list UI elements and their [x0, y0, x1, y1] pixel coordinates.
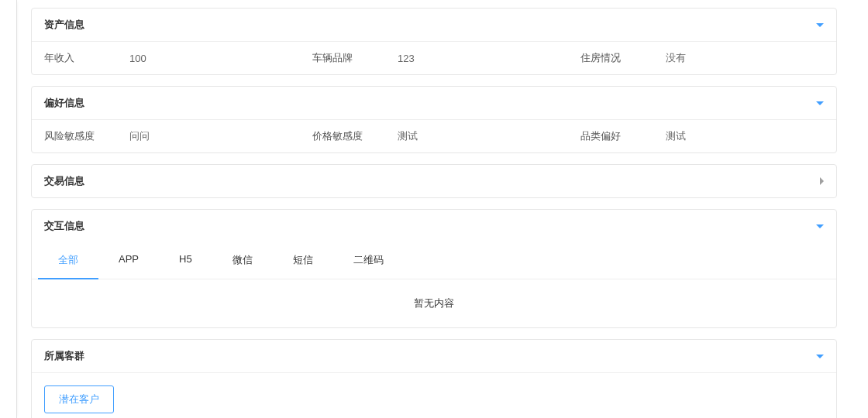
tab-sms[interactable]: 短信	[273, 242, 333, 279]
asset-field-row: 年收入 100 车辆品牌 123 住房情况 没有	[32, 42, 836, 74]
left-edge-shadow	[0, 0, 17, 418]
risk-label: 风险敏感度	[44, 129, 98, 143]
content-wrapper: 资产信息 年收入 100 车辆品牌 123 住房情况 没有	[0, 8, 868, 418]
caret-down-icon	[816, 101, 824, 105]
panel-asset: 资产信息 年收入 100 车辆品牌 123 住房情况 没有	[31, 8, 837, 75]
tab-qrcode[interactable]: 二维码	[333, 242, 404, 279]
panel-interaction-body: 全部 APP H5 微信 短信 二维码 暂无内容	[32, 242, 836, 327]
panel-asset-body: 年收入 100 车辆品牌 123 住房情况 没有	[32, 41, 836, 74]
price-label: 价格敏感度	[312, 129, 367, 143]
interaction-empty: 暂无内容	[32, 279, 836, 327]
panel-preference-header[interactable]: 偏好信息	[32, 87, 836, 119]
field-car: 车辆品牌 123	[300, 42, 568, 74]
panel-preference: 偏好信息 风险敏感度 问问 价格敏感度 测试 品类偏好 测试	[31, 86, 837, 153]
field-price: 价格敏感度 测试	[300, 120, 568, 152]
field-income: 年收入 100	[32, 42, 300, 74]
caret-down-icon	[816, 23, 824, 27]
price-value: 测试	[382, 129, 556, 143]
panel-transaction-title: 交易信息	[44, 174, 84, 188]
panel-group-header[interactable]: 所属客群	[32, 340, 836, 372]
panel-asset-header[interactable]: 资产信息	[32, 9, 836, 41]
panel-asset-title: 资产信息	[44, 18, 84, 32]
panel-interaction: 交互信息 全部 APP H5 微信 短信 二维码 暂无内容	[31, 209, 837, 328]
panel-transaction: 交易信息	[31, 164, 837, 198]
panel-preference-title: 偏好信息	[44, 96, 84, 110]
caret-down-icon	[816, 224, 824, 228]
car-label: 车辆品牌	[312, 51, 367, 65]
group-tag-area: 潜在客户	[32, 373, 836, 418]
field-risk: 风险敏感度 问问	[32, 120, 300, 152]
panel-group-body: 潜在客户	[32, 372, 836, 418]
panel-preference-body: 风险敏感度 问问 价格敏感度 测试 品类偏好 测试	[32, 119, 836, 152]
panel-interaction-header[interactable]: 交互信息	[32, 210, 836, 242]
field-housing: 住房情况 没有	[568, 42, 836, 74]
panel-group: 所属客群 潜在客户	[31, 339, 837, 418]
tab-app[interactable]: APP	[98, 242, 159, 279]
tab-h5[interactable]: H5	[159, 242, 212, 279]
risk-value: 问问	[114, 129, 288, 143]
tab-wechat[interactable]: 微信	[212, 242, 273, 279]
housing-label: 住房情况	[580, 51, 635, 65]
category-value: 测试	[650, 129, 824, 143]
interaction-tabs: 全部 APP H5 微信 短信 二维码	[32, 242, 836, 279]
category-label: 品类偏好	[580, 129, 635, 143]
preference-field-row: 风险敏感度 问问 价格敏感度 测试 品类偏好 测试	[32, 120, 836, 152]
panel-interaction-title: 交互信息	[44, 219, 84, 233]
income-label: 年收入	[44, 51, 98, 65]
group-tag-potential[interactable]: 潜在客户	[44, 385, 114, 413]
panel-transaction-header[interactable]: 交易信息	[32, 165, 836, 197]
tab-all[interactable]: 全部	[38, 242, 98, 279]
caret-right-icon	[820, 177, 824, 185]
panel-group-title: 所属客群	[44, 349, 84, 363]
car-value: 123	[382, 53, 556, 64]
income-value: 100	[114, 53, 288, 64]
housing-value: 没有	[650, 51, 824, 65]
caret-down-icon	[816, 355, 824, 358]
field-category: 品类偏好 测试	[568, 120, 836, 152]
